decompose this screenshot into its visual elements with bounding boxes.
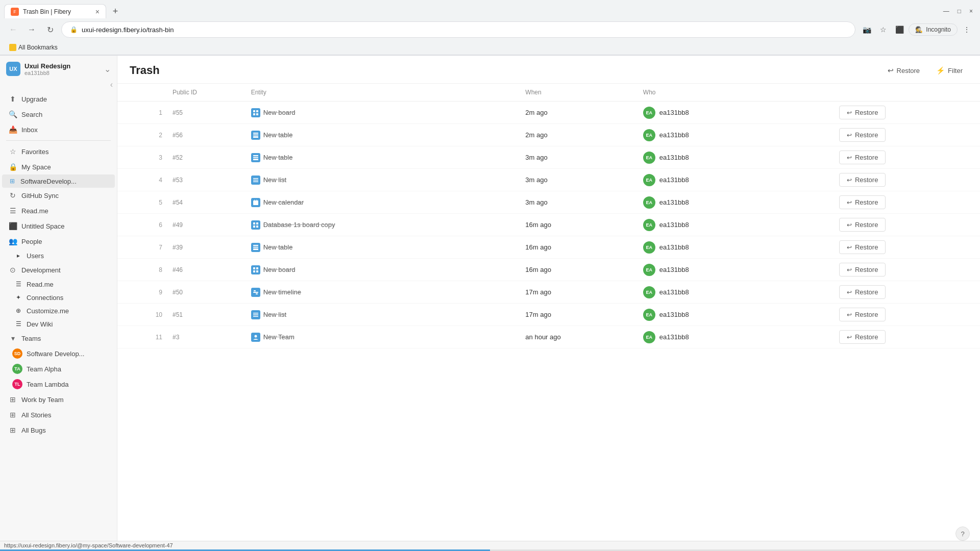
restore-row-button[interactable]: ↩ Restore <box>839 240 886 254</box>
user-name: ea131bb8 <box>659 333 689 341</box>
menu-icon[interactable]: ⋮ <box>960 22 974 37</box>
entity-type-icon <box>251 288 260 297</box>
entity-type-icon <box>251 198 260 207</box>
window-close-btn[interactable]: × <box>966 7 976 16</box>
sidebar-collapse-button[interactable]: ‹ <box>110 80 113 89</box>
sidebar-item-read-me-1[interactable]: ☰ Read.me <box>2 203 115 218</box>
browser-chrome: F Trash Bin | Fibery × + — □ × ← → ↻ 🔒 u… <box>0 0 980 56</box>
tab-close-button[interactable]: × <box>95 8 100 16</box>
sidebar-item-team-alpha[interactable]: TA Team Alpha <box>0 361 117 377</box>
active-tab[interactable]: F Trash Bin | Fibery × <box>4 4 106 18</box>
bookmarks-bar: All Bookmarks <box>0 41 980 55</box>
extension-icon[interactable]: ⬛ <box>892 22 906 37</box>
customize-me-icon: ⊕ <box>14 307 22 315</box>
dev-wiki-icon: ☰ <box>14 320 22 328</box>
user-avatar: EA <box>643 264 655 276</box>
sidebar-item-all-bugs[interactable]: ⊞ All Bugs <box>2 422 115 438</box>
row-when: 3m ago <box>519 191 636 214</box>
restore-row-button[interactable]: ↩ Restore <box>839 173 886 187</box>
connections-label: Connections <box>27 294 111 302</box>
sidebar-item-connections[interactable]: ✦ Connections <box>0 291 117 304</box>
main-header: Trash ↩ Restore ⚡ Filter <box>117 56 980 84</box>
tab-title: Trash Bin | Fibery <box>23 8 91 15</box>
row-who: EA ea131bb8 <box>637 259 833 281</box>
entity-type-icon <box>251 310 260 319</box>
read-me-1-icon: ☰ <box>8 206 17 215</box>
row-action: ↩ Restore <box>833 326 980 348</box>
favorites-label: Favorites <box>21 148 109 156</box>
workspace-id: ea131bb8 <box>24 70 100 76</box>
window-restore-btn[interactable]: □ <box>954 7 964 16</box>
user-name: ea131bb8 <box>659 311 689 318</box>
new-tab-button[interactable]: + <box>108 4 122 18</box>
row-when: an hour ago <box>519 326 636 348</box>
sidebar-item-work-by-team[interactable]: ⊞ Work by Team <box>2 392 115 407</box>
bookmark-star-icon[interactable]: ☆ <box>876 22 890 37</box>
restore-row-button[interactable]: ↩ Restore <box>839 285 886 299</box>
restore-row-icon: ↩ <box>847 154 852 161</box>
sidebar-item-customize-me[interactable]: ⊕ Customize.me <box>0 304 117 317</box>
browser-toolbar: ← → ↻ 🔒 uxui-redesign.fibery.io/trash-bi… <box>0 18 980 41</box>
row-num: 4 <box>117 169 166 191</box>
sidebar-item-dev-wiki[interactable]: ☰ Dev Wiki <box>0 317 117 331</box>
col-num <box>117 84 166 102</box>
users-label: Users <box>27 252 111 260</box>
restore-row-button[interactable]: ↩ Restore <box>839 330 886 344</box>
sidebar-item-teams[interactable]: ▾ Teams <box>2 331 115 346</box>
workspace-info: Uxui Redesign ea131bb8 <box>24 62 100 76</box>
filter-icon: ⚡ <box>936 66 945 74</box>
workspace-dropdown-icon[interactable]: ⌄ <box>104 64 111 74</box>
sidebar-item-team-lambda[interactable]: TL Team Lambda <box>0 377 117 392</box>
back-button[interactable]: ← <box>6 22 20 37</box>
sidebar-item-users[interactable]: ▸ Users <box>0 249 117 262</box>
user-avatar: EA <box>643 174 655 186</box>
sidebar-item-people[interactable]: 👥 People <box>2 234 115 249</box>
entity-name: New board <box>263 109 296 116</box>
row-entity: New list <box>245 169 520 191</box>
restore-row-button[interactable]: ↩ Restore <box>839 263 886 277</box>
user-name: ea131bb8 <box>659 131 689 139</box>
sidebar-item-inbox[interactable]: 📥 Inbox <box>2 122 115 137</box>
window-minimize-btn[interactable]: — <box>940 7 952 16</box>
sidebar-item-upgrade[interactable]: ⬆ Upgrade <box>2 91 115 107</box>
bookmark-item[interactable]: All Bookmarks <box>6 43 61 52</box>
row-num: 2 <box>117 124 166 146</box>
sidebar-item-search[interactable]: 🔍 Search <box>2 107 115 122</box>
restore-row-button[interactable]: ↩ Restore <box>839 128 886 142</box>
inbox-label: Inbox <box>21 126 109 134</box>
svg-rect-11 <box>253 180 258 181</box>
forward-button[interactable]: → <box>24 22 39 37</box>
restore-row-button[interactable]: ↩ Restore <box>839 308 886 321</box>
row-action: ↩ Restore <box>833 124 980 146</box>
row-entity: New board <box>245 259 520 281</box>
row-entity: New calendar <box>245 191 520 214</box>
sidebar-item-development[interactable]: ⊙ Development <box>2 262 115 278</box>
sidebar-item-software-dev[interactable]: ⊞ SoftwareDevelop... ··· <box>2 174 115 188</box>
user-avatar: EA <box>643 286 655 298</box>
restore-row-button[interactable]: ↩ Restore <box>839 151 886 164</box>
camera-icon[interactable]: 📷 <box>860 22 874 37</box>
sidebar-item-software-develop-team[interactable]: SD Software Develop... <box>0 346 117 361</box>
address-bar[interactable]: 🔒 uxui-redesign.fibery.io/trash-bin <box>61 21 855 38</box>
sidebar-item-github-sync[interactable]: ↻ GitHub Sync <box>2 188 115 203</box>
incognito-button[interactable]: 🕵 Incognito <box>909 23 958 36</box>
sidebar-item-read-me-2[interactable]: ☰ Read.me <box>0 278 117 291</box>
help-button[interactable]: ? <box>955 527 970 541</box>
user-avatar: EA <box>643 309 655 321</box>
url-text: uxui-redesign.fibery.io/trash-bin <box>82 26 174 34</box>
sidebar-item-my-space[interactable]: 🔒 My Space <box>2 159 115 174</box>
table-row: 11 #3 New Team an hour ago EA ea131bb8 ↩… <box>117 326 980 348</box>
sidebar-item-all-stories[interactable]: ⊞ All Stories <box>2 407 115 422</box>
restore-row-icon: ↩ <box>847 199 852 206</box>
row-who: EA ea131bb8 <box>637 146 833 169</box>
restore-row-button[interactable]: ↩ Restore <box>839 195 886 209</box>
sidebar-item-favorites[interactable]: ☆ Favorites <box>2 144 115 159</box>
restore-row-button[interactable]: ↩ Restore <box>839 218 886 232</box>
restore-row-button[interactable]: ↩ Restore <box>839 106 886 119</box>
sidebar-item-untitled-space[interactable]: ⬛ Untitled Space <box>2 218 115 234</box>
entity-name: Database 1s board copy <box>263 221 335 229</box>
filter-button[interactable]: ⚡ Filter <box>931 64 968 77</box>
restore-all-button[interactable]: ↩ Restore <box>883 64 925 77</box>
refresh-button[interactable]: ↻ <box>43 22 57 37</box>
row-action: ↩ Restore <box>833 146 980 169</box>
